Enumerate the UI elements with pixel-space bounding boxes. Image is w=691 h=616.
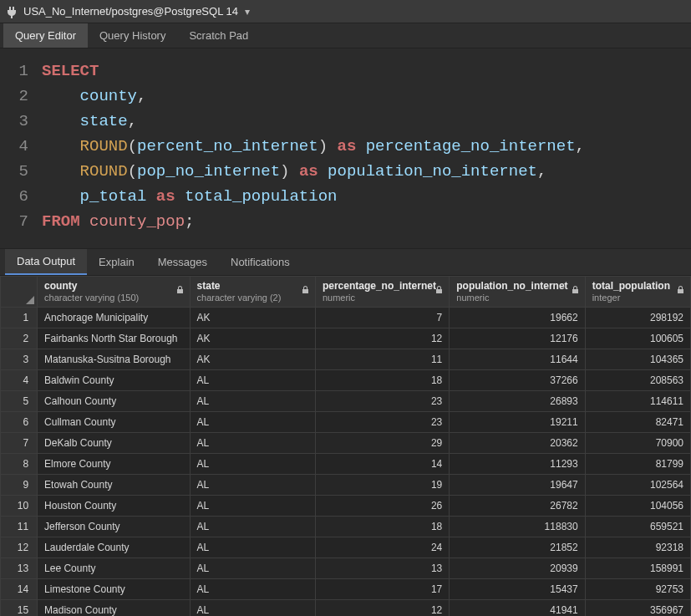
cell-total_population[interactable]: 92318 — [585, 537, 690, 558]
cell-state[interactable]: AL — [190, 496, 315, 517]
chevron-down-icon[interactable]: ▾ — [245, 6, 250, 18]
cell-county[interactable]: Limestone County — [38, 579, 190, 600]
cell-state[interactable]: AL — [190, 600, 315, 617]
cell-total_population[interactable]: 659521 — [585, 517, 690, 537]
row-number[interactable]: 15 — [1, 600, 38, 617]
column-header-population_no_internet[interactable]: population_no_internetnumeric — [450, 277, 585, 308]
cell-percentage_no_internet[interactable]: 19 — [315, 475, 449, 496]
cell-state[interactable]: AL — [190, 517, 315, 537]
table-row[interactable]: 14Limestone CountyAL171543792753 — [1, 579, 691, 600]
table-row[interactable]: 7DeKalb CountyAL292036270900 — [1, 433, 691, 454]
cell-county[interactable]: Jefferson County — [38, 517, 190, 537]
cell-population_no_internet[interactable]: 21852 — [450, 537, 585, 558]
cell-state[interactable]: AL — [190, 370, 315, 391]
cell-total_population[interactable]: 356967 — [585, 600, 690, 617]
column-header-county[interactable]: countycharacter varying (150) — [38, 277, 190, 308]
cell-county[interactable]: Lauderdale County — [38, 537, 190, 558]
cell-percentage_no_internet[interactable]: 18 — [315, 517, 449, 537]
cell-percentage_no_internet[interactable]: 7 — [315, 308, 449, 328]
cell-population_no_internet[interactable]: 11644 — [450, 349, 585, 370]
row-number[interactable]: 11 — [1, 517, 38, 537]
row-number[interactable]: 14 — [1, 579, 38, 600]
cell-state[interactable]: AL — [190, 391, 315, 412]
cell-state[interactable]: AL — [190, 558, 315, 579]
table-row[interactable]: 9Etowah CountyAL1919647102564 — [1, 475, 691, 496]
table-row[interactable]: 3Matanuska-Susitna BoroughAK111164410436… — [1, 349, 691, 370]
cell-state[interactable]: AL — [190, 433, 315, 454]
cell-total_population[interactable]: 208563 — [585, 370, 690, 391]
cell-county[interactable]: Madison County — [38, 600, 190, 617]
cell-total_population[interactable]: 298192 — [585, 308, 690, 328]
cell-population_no_internet[interactable]: 19662 — [450, 308, 585, 328]
table-row[interactable]: 11Jefferson CountyAL18118830659521 — [1, 517, 691, 537]
cell-county[interactable]: Cullman County — [38, 412, 190, 433]
cell-total_population[interactable]: 102564 — [585, 475, 690, 496]
column-header-state[interactable]: statecharacter varying (2) — [190, 277, 315, 308]
cell-percentage_no_internet[interactable]: 11 — [315, 349, 449, 370]
cell-county[interactable]: Elmore County — [38, 454, 190, 475]
cell-percentage_no_internet[interactable]: 26 — [315, 496, 449, 517]
table-row[interactable]: 5Calhoun CountyAL2326893114611 — [1, 391, 691, 412]
cell-county[interactable]: DeKalb County — [38, 433, 190, 454]
query-editor[interactable]: 1234567 SELECT county, state, ROUND(perc… — [0, 48, 691, 249]
row-number[interactable]: 9 — [1, 475, 38, 496]
cell-state[interactable]: AL — [190, 412, 315, 433]
row-number[interactable]: 2 — [1, 328, 38, 349]
cell-population_no_internet[interactable]: 19647 — [450, 475, 585, 496]
row-number[interactable]: 7 — [1, 433, 38, 454]
cell-total_population[interactable]: 81799 — [585, 454, 690, 475]
tab-query-history[interactable]: Query History — [88, 23, 177, 48]
data-grid[interactable]: countycharacter varying (150)statecharac… — [0, 276, 691, 616]
cell-population_no_internet[interactable]: 15437 — [450, 579, 585, 600]
cell-state[interactable]: AL — [190, 537, 315, 558]
row-number[interactable]: 12 — [1, 537, 38, 558]
cell-percentage_no_internet[interactable]: 23 — [315, 391, 449, 412]
cell-percentage_no_internet[interactable]: 12 — [315, 328, 449, 349]
cell-total_population[interactable]: 114611 — [585, 391, 690, 412]
row-number[interactable]: 13 — [1, 558, 38, 579]
cell-county[interactable]: Fairbanks North Star Borough — [38, 328, 190, 349]
table-row[interactable]: 8Elmore CountyAL141129381799 — [1, 454, 691, 475]
cell-state[interactable]: AL — [190, 475, 315, 496]
row-number[interactable]: 8 — [1, 454, 38, 475]
cell-population_no_internet[interactable]: 26893 — [450, 391, 585, 412]
cell-total_population[interactable]: 82471 — [585, 412, 690, 433]
cell-population_no_internet[interactable]: 26782 — [450, 496, 585, 517]
window-title[interactable]: USA_No_Internet/postgres@PostgreSQL 14 — [23, 5, 238, 18]
row-number[interactable]: 6 — [1, 412, 38, 433]
table-row[interactable]: 6Cullman CountyAL231921182471 — [1, 412, 691, 433]
cell-state[interactable]: AL — [190, 454, 315, 475]
table-row[interactable]: 10Houston CountyAL2626782104056 — [1, 496, 691, 517]
table-row[interactable]: 15Madison CountyAL1241941356967 — [1, 600, 691, 617]
cell-county[interactable]: Houston County — [38, 496, 190, 517]
cell-population_no_internet[interactable]: 41941 — [450, 600, 585, 617]
cell-state[interactable]: AK — [190, 328, 315, 349]
tab-explain[interactable]: Explain — [87, 249, 146, 275]
cell-population_no_internet[interactable]: 20362 — [450, 433, 585, 454]
cell-population_no_internet[interactable]: 37266 — [450, 370, 585, 391]
code-area[interactable]: SELECT county, state, ROUND(percent_no_i… — [37, 48, 691, 248]
cell-county[interactable]: Etowah County — [38, 475, 190, 496]
cell-total_population[interactable]: 158991 — [585, 558, 690, 579]
column-header-total_population[interactable]: total_populationinteger — [585, 277, 690, 308]
row-number[interactable]: 1 — [1, 308, 38, 328]
row-number-header[interactable] — [1, 277, 38, 308]
table-row[interactable]: 12Lauderdale CountyAL242185292318 — [1, 537, 691, 558]
cell-state[interactable]: AL — [190, 579, 315, 600]
cell-county[interactable]: Calhoun County — [38, 391, 190, 412]
cell-percentage_no_internet[interactable]: 18 — [315, 370, 449, 391]
tab-notifications[interactable]: Notifications — [219, 249, 302, 275]
cell-total_population[interactable]: 70900 — [585, 433, 690, 454]
cell-population_no_internet[interactable]: 20939 — [450, 558, 585, 579]
row-number[interactable]: 4 — [1, 370, 38, 391]
table-row[interactable]: 2Fairbanks North Star BoroughAK121217610… — [1, 328, 691, 349]
cell-total_population[interactable]: 104365 — [585, 349, 690, 370]
cell-percentage_no_internet[interactable]: 24 — [315, 537, 449, 558]
cell-county[interactable]: Anchorage Municipality — [38, 308, 190, 328]
cell-total_population[interactable]: 92753 — [585, 579, 690, 600]
cell-percentage_no_internet[interactable]: 23 — [315, 412, 449, 433]
cell-total_population[interactable]: 104056 — [585, 496, 690, 517]
table-row[interactable]: 4Baldwin CountyAL1837266208563 — [1, 370, 691, 391]
tab-data-output[interactable]: Data Output — [5, 249, 87, 275]
tab-messages[interactable]: Messages — [146, 249, 219, 275]
